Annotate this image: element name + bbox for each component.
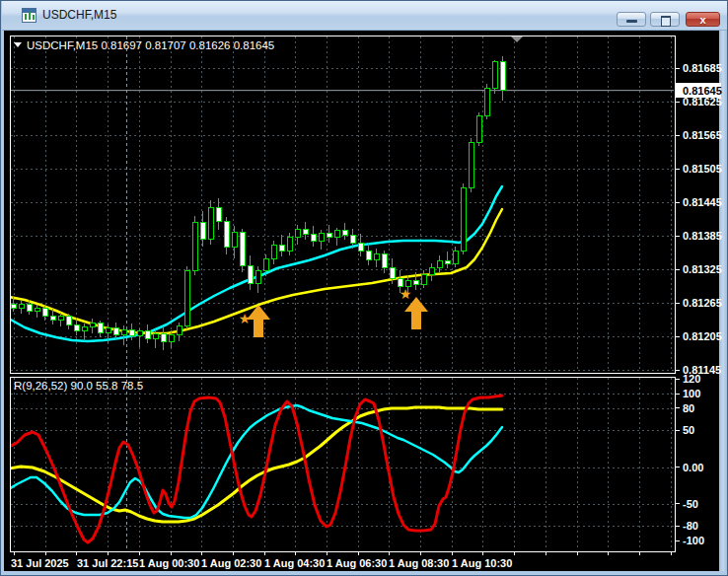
current-price-label: 0.81645 (683, 85, 722, 97)
bear-candle-body (279, 246, 284, 252)
bull-candle-body (295, 230, 300, 238)
time-axis-label: 31 Jul 22:15 (77, 557, 138, 569)
bull-candle-body (453, 251, 458, 264)
indicator-axis-label: 80 (683, 402, 694, 414)
bear-candle-body (500, 61, 505, 90)
bull-candle-body (90, 324, 95, 326)
bear-candle-body (66, 316, 71, 324)
bear-candle-body (303, 230, 308, 235)
bear-candle-body (413, 281, 418, 284)
bear-candle-body (327, 233, 331, 238)
chart-canvas[interactable]: ★★USDCHF,M15 0.81697 0.81707 0.81626 0.8… (1, 1, 728, 576)
bull-candle-body (177, 325, 182, 334)
bear-candle-body (216, 208, 221, 222)
oscillator-red-line (9, 396, 502, 542)
bull-candle-body (153, 333, 158, 339)
bull-candle-body (208, 208, 213, 240)
bear-candle-body (42, 308, 47, 316)
indicator-axis-label: 0.00 (683, 462, 703, 473)
time-axis-label: 1 Aug 10:30 (452, 557, 512, 569)
main-chart-panel-border (11, 36, 676, 374)
price-axis[interactable]: 0.816850.816250.815650.815050.814450.813… (675, 62, 722, 376)
time-axis[interactable]: 31 Jul 202531 Jul 22:151 Aug 00:301 Aug … (11, 552, 672, 569)
price-axis-label: 0.81565 (683, 129, 722, 141)
indicator-axis-label: -80 (683, 520, 698, 532)
bull-candle-body (35, 308, 39, 311)
price-axis-label: 0.81205 (683, 330, 722, 342)
bull-candle-body (192, 223, 197, 271)
time-axis-label: 1 Aug 08:30 (389, 557, 449, 569)
symbol-ohlc-label: USDCHF,M15 0.81697 0.81707 0.81626 0.816… (27, 39, 274, 51)
bull-candle-body (232, 232, 237, 247)
bear-candle-body (98, 324, 103, 332)
bull-candle-body (469, 142, 473, 187)
bear-candle-body (27, 305, 32, 312)
price-axis-label: 0.81325 (683, 263, 722, 275)
time-axis-label: 1 Aug 00:30 (139, 557, 199, 569)
bear-candle-body (161, 333, 166, 341)
price-axis-label: 0.81685 (683, 62, 722, 74)
star-icon: ★ (239, 311, 252, 326)
buy-arrow-object[interactable]: ★ (400, 286, 428, 329)
bear-candle-body (145, 331, 150, 339)
bull-candle-body (255, 271, 260, 283)
bull-candle-body (106, 328, 110, 333)
bull-candle-body (19, 305, 24, 308)
bear-candle-body (200, 223, 205, 240)
chart-shift-marker[interactable] (511, 36, 523, 42)
grid-lines (11, 36, 674, 550)
bull-candle-body (437, 261, 442, 268)
bull-candle-body (492, 61, 497, 89)
price-axis-label: 0.81505 (683, 163, 722, 175)
indicator-name-label: R(9,26,52) 90.0 55.8 78.5 (14, 380, 143, 392)
bear-candle-body (350, 235, 355, 243)
chart-window: USDCHF,M15 x ★★USDCHF,M15 0.81697 0.8170… (0, 0, 728, 576)
bull-candle-body (476, 115, 481, 142)
bull-candle-body (263, 258, 268, 270)
bear-candle-body (113, 328, 118, 335)
bull-candle-body (82, 326, 87, 331)
bull-candle-body (271, 246, 276, 259)
bear-candle-body (11, 305, 16, 308)
star-icon: ★ (400, 286, 412, 302)
time-axis-label: 1 Aug 02:30 (201, 557, 261, 569)
bull-candle-body (461, 188, 466, 251)
bear-candle-body (366, 251, 371, 259)
bear-candle-body (358, 243, 363, 251)
bull-candle-body (121, 330, 126, 335)
bull-candle-body (421, 274, 426, 284)
time-axis-label: 31 Jul 2025 (11, 557, 69, 569)
bull-candle-body (429, 267, 434, 274)
price-axis-label: 0.81385 (683, 230, 722, 242)
bear-candle-body (342, 231, 347, 236)
bull-candle-body (184, 271, 189, 326)
bear-candle-body (129, 330, 134, 336)
price-axis-label: 0.81445 (683, 196, 722, 208)
bear-candle-body (382, 254, 387, 268)
bear-candle-body (50, 316, 55, 321)
bear-candle-body (74, 324, 79, 331)
indicator-axis-label: 50 (683, 424, 694, 436)
bull-candle-body (287, 238, 292, 252)
bull-candle-body (484, 89, 489, 115)
time-axis-label: 1 Aug 04:30 (264, 557, 325, 569)
indicator-axis-label: 120 (683, 373, 700, 385)
bull-candle-body (334, 231, 339, 238)
chevron-down-icon[interactable] (14, 42, 22, 47)
indicator-axis[interactable]: 12010080500.00-50-80-100 (675, 373, 704, 546)
bear-candle-body (445, 261, 450, 264)
price-axis-label: 0.81265 (683, 297, 722, 309)
main-chart-header: USDCHF,M15 0.81697 0.81707 0.81626 0.816… (14, 39, 274, 51)
oscillator-cyan-line (9, 405, 502, 518)
oscillator-lines (9, 396, 502, 542)
indicator-axis-label: -50 (683, 498, 698, 510)
bear-candle-body (311, 234, 316, 241)
bear-candle-body (224, 222, 229, 248)
bull-candle-body (58, 316, 63, 321)
bull-candle-body (137, 331, 142, 336)
indicator-axis-label: 100 (683, 388, 700, 399)
bull-candle-body (169, 334, 174, 341)
bull-candle-body (374, 254, 379, 260)
bear-candle-body (240, 232, 245, 265)
indicator-axis-label: -100 (683, 535, 704, 546)
